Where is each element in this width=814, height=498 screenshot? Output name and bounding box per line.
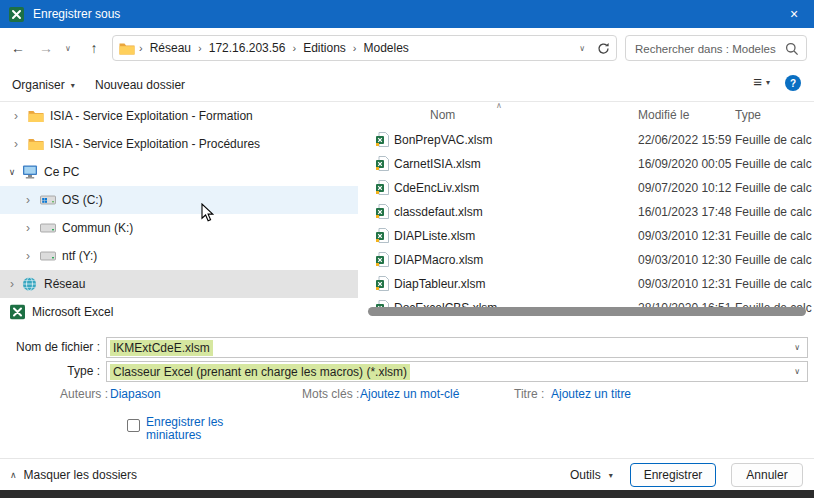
background-window-strip	[0, 490, 814, 498]
close-icon[interactable]: ×	[774, 0, 814, 28]
xlsm-file-icon	[376, 132, 389, 147]
file-row[interactable]: CdeEncLiv.xlsm 09/07/2020 10:12 Feuille …	[366, 176, 814, 200]
network-icon	[22, 277, 37, 292]
address-dropdown-icon[interactable]: ∨	[579, 44, 585, 53]
up-icon[interactable]: ↑	[82, 36, 106, 60]
view-options-button[interactable]: ≡ ▾	[753, 75, 770, 89]
tree-item-reseau[interactable]: › Réseau	[0, 270, 358, 298]
excel-icon	[10, 305, 25, 320]
title-label: Titre :	[514, 387, 544, 401]
title-bar: Enregistrer sous ×	[0, 0, 814, 28]
tools-menu-button[interactable]: Outils ▾	[570, 468, 613, 482]
chevron-right-icon[interactable]: ›	[10, 109, 22, 123]
filename-label: Nom de fichier :	[0, 340, 100, 354]
column-header-modified[interactable]: Modifié le	[638, 108, 689, 122]
chevron-right-icon[interactable]: ›	[22, 221, 34, 235]
tree-item-isia-formation[interactable]: › ISIA - Service Exploitation - Formatio…	[0, 102, 358, 130]
title-add-link[interactable]: Ajoutez un titre	[551, 387, 631, 401]
chevron-down-icon[interactable]: ∨	[794, 343, 800, 352]
chevron-right-icon[interactable]: ›	[22, 193, 34, 207]
chevron-down-icon: ▾	[609, 471, 613, 480]
tree-item-microsoft-excel[interactable]: Microsoft Excel	[0, 298, 358, 326]
filename-input[interactable]: IKMExtCdeE.xlsm ∨	[106, 337, 808, 358]
file-list: Nom ∧ Modifié le Type BonPrepVAC.xlsm 22…	[366, 102, 814, 318]
save-button[interactable]: Enregistrer	[630, 463, 716, 487]
file-row[interactable]: DiapTableur.xlsm 09/03/2010 12:31 Feuill…	[366, 272, 814, 296]
back-icon[interactable]: ←	[6, 36, 30, 60]
save-thumbnails-label[interactable]: Enregistrer les miniatures	[146, 416, 232, 442]
navigation-bar: ← → ∨ ↑ › Réseau › 172.16.203.56 › Editi…	[0, 28, 814, 68]
file-row[interactable]: DIAPMacro.xlsm 09/03/2010 12:30 Feuille …	[366, 248, 814, 272]
tree-item-isia-procedures[interactable]: › ISIA - Service Exploitation - Procédur…	[0, 130, 358, 158]
history-chevron-icon[interactable]: ∨	[60, 36, 76, 60]
file-row[interactable]: DIAPListe.xlsm 09/03/2010 12:31 Feuille …	[366, 224, 814, 248]
horizontal-scrollbar[interactable]	[368, 307, 806, 316]
pc-icon	[22, 165, 38, 180]
xlsm-file-icon	[376, 276, 389, 291]
chevron-down-icon[interactable]: ∨	[794, 367, 800, 376]
breadcrumb-separator: ›	[194, 42, 206, 54]
organise-button[interactable]: Organiser ▾	[12, 76, 75, 94]
file-row[interactable]: CarnetISIA.xlsm 16/09/2020 00:05 Feuille…	[366, 152, 814, 176]
tree-item-ntf-y[interactable]: › ntf (Y:)	[0, 242, 358, 270]
authors-value[interactable]: Diapason	[110, 387, 161, 401]
breadcrumb-separator: ›	[288, 42, 300, 54]
address-bar[interactable]: › Réseau › 172.16.203.56 › Editions › Mo…	[112, 35, 617, 61]
os-drive-icon	[40, 194, 56, 206]
chevron-up-icon: ∧	[10, 470, 17, 480]
search-icon[interactable]	[785, 42, 799, 59]
keywords-label: Mots clés :	[302, 387, 359, 401]
refresh-icon[interactable]	[597, 42, 610, 55]
chevron-down-icon: ▾	[71, 81, 75, 90]
chevron-right-icon[interactable]: ›	[22, 249, 34, 263]
xlsm-file-icon	[376, 204, 389, 219]
new-folder-button[interactable]: Nouveau dossier	[95, 76, 185, 94]
xlsm-file-icon	[376, 228, 389, 243]
file-row[interactable]: classdefaut.xlsm 16/01/2023 17:48 Feuill…	[366, 200, 814, 224]
column-header-type[interactable]: Type	[735, 108, 761, 122]
tree-item-commun-k[interactable]: › Commun (K:)	[0, 214, 358, 242]
tree-item-os-c[interactable]: › OS (C:)	[0, 186, 358, 214]
cancel-button[interactable]: Annuler	[731, 463, 803, 487]
tree-item-ce-pc[interactable]: ∨ Ce PC	[0, 158, 358, 186]
search-input[interactable]	[628, 37, 787, 61]
folder-tree: › ISIA - Service Exploitation - Formatio…	[0, 102, 358, 330]
chevron-right-icon[interactable]: ›	[10, 137, 22, 151]
drive-icon	[40, 250, 56, 262]
folder-icon	[28, 138, 44, 151]
filetype-value: Classeur Excel (prenant en charge les ma…	[110, 364, 410, 380]
filetype-select[interactable]: Classeur Excel (prenant en charge les ma…	[106, 361, 808, 382]
help-icon[interactable]: ?	[785, 75, 801, 91]
dialog-title: Enregistrer sous	[33, 7, 120, 21]
save-thumbnails-checkbox[interactable]	[127, 419, 140, 432]
breadcrumb-segment-editions[interactable]: Editions	[300, 41, 349, 55]
keywords-add-link[interactable]: Ajoutez un mot-clé	[360, 387, 459, 401]
footer-bar: ∧ Masquer les dossiers Outils ▾ Enregist…	[0, 458, 814, 491]
excel-app-icon	[9, 7, 24, 22]
authors-label: Auteurs :	[60, 387, 108, 401]
breadcrumb-segment-server[interactable]: 172.16.203.56	[206, 41, 289, 55]
filename-value: IKMExtCdeE.xlsm	[110, 340, 213, 356]
chevron-right-icon[interactable]: ›	[6, 277, 18, 291]
file-row[interactable]: BonPrepVAC.xlsm 22/06/2022 15:59 Feuille…	[366, 128, 814, 152]
filetype-label: Type :	[0, 364, 100, 378]
breadcrumb-separator: ›	[349, 42, 361, 54]
chevron-down-icon[interactable]: ∨	[6, 167, 18, 177]
save-as-dialog: Enregistrer sous × ← → ∨ ↑ › Réseau › 17…	[0, 0, 814, 498]
forward-icon[interactable]: →	[34, 36, 58, 60]
column-header-name[interactable]: Nom	[430, 108, 455, 122]
breadcrumb-segment-modeles[interactable]: Modeles	[361, 41, 412, 55]
breadcrumb-segment-reseau[interactable]: Réseau	[147, 41, 194, 55]
command-toolbar: Organiser ▾ Nouveau dossier ≡ ▾ ?	[0, 68, 814, 101]
sort-ascending-icon: ∧	[496, 102, 502, 110]
breadcrumb-separator: ›	[135, 42, 147, 54]
file-list-header: Nom ∧ Modifié le Type	[366, 102, 814, 126]
list-view-icon: ≡	[753, 75, 762, 89]
hide-folders-button[interactable]: ∧ Masquer les dossiers	[10, 468, 137, 482]
search-box	[625, 35, 807, 61]
xlsm-file-icon	[376, 156, 389, 171]
xlsm-file-icon	[376, 252, 389, 267]
drive-icon	[40, 222, 56, 234]
folder-icon	[28, 110, 44, 123]
folder-icon	[119, 42, 135, 55]
